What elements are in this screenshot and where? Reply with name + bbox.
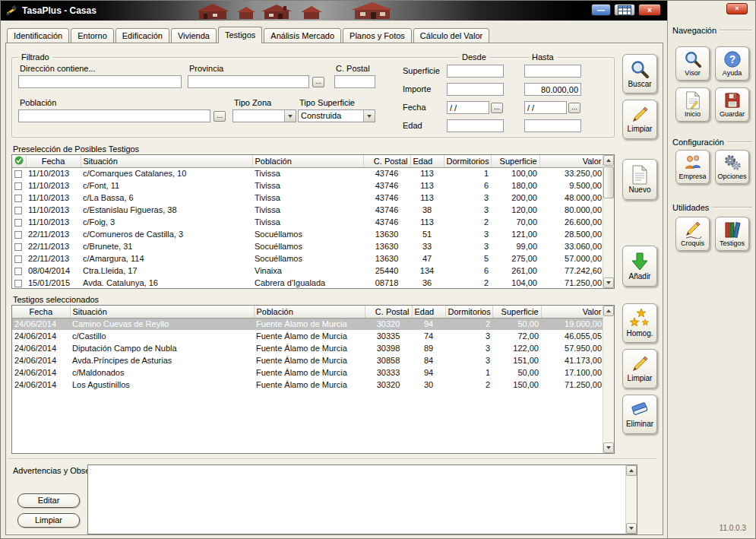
col-fecha[interactable]: Fecha [26,155,81,167]
table-row[interactable]: 08/04/2014 Ctra.Lleida, 17 Vinaixa 25440… [12,265,604,277]
inicio-button[interactable]: Inicio [675,87,710,122]
select-all-header[interactable] [12,155,26,167]
guardar-button[interactable]: Guardar [715,87,749,122]
tab-identificacion[interactable]: Identificación [7,28,69,43]
col-situacion[interactable]: Situación [70,306,254,318]
chevron-down-icon[interactable] [363,110,375,122]
tab-entorno[interactable]: Entorno [71,28,114,43]
observaciones-textarea[interactable] [87,464,637,534]
table-row[interactable]: 24/06/2014 c/Maldonados Fuente Álamo de … [12,366,604,379]
col-cpostal[interactable]: C. Postal [365,306,412,318]
buscar-button[interactable]: Buscar [622,54,657,94]
col-valor[interactable]: Valor [539,155,604,167]
limpiar-seleccion-button[interactable]: Limpiar [622,349,657,388]
col-poblacion[interactable]: Población [252,155,363,167]
table-row[interactable]: 24/06/2014 Diputación Campo de Nubla Fue… [12,342,604,354]
fecha-desde-browse-button[interactable]: ... [491,103,503,113]
table-row[interactable]: 22/11/2013 c/Amargura, 114 Socuéllamos 1… [12,252,604,265]
fecha-hasta-input[interactable] [524,101,567,114]
minimize-button[interactable]: — [591,4,611,16]
testigos-button[interactable]: Testigos [715,217,749,251]
visor-button[interactable]: Visor [675,46,710,81]
table-row[interactable]: 22/11/2013 c/Brunete, 31 Socuéllamos 136… [12,240,604,252]
cpostal-input[interactable] [334,75,375,88]
croquis-button[interactable]: Croquis [675,217,710,251]
grid-view-button[interactable] [614,4,635,16]
tab-planos-fotos[interactable]: Planos y Fotos [343,28,412,43]
row-checkbox[interactable] [14,170,22,178]
col-edad[interactable]: Edad [410,155,444,167]
edad-desde-input[interactable] [447,119,504,132]
table-row[interactable]: 24/06/2014 Camino Cuevas de Reyllo Fuent… [12,318,604,330]
scroll-down-button[interactable] [603,277,614,288]
col-dormitorios[interactable]: Dormitorios [445,306,492,318]
tab-edificacion[interactable]: Edificación [115,28,169,43]
row-checkbox[interactable] [14,182,22,190]
table-row[interactable]: 11/10/2013 c/Estanislau Figueras, 38 Tiv… [12,204,604,216]
scroll-thumb[interactable] [603,166,614,198]
tab-analisis-mercado[interactable]: Análisis Mercado [264,28,341,43]
row-checkbox[interactable] [14,243,22,251]
col-valor[interactable]: Valor [541,306,604,318]
chevron-down-icon[interactable] [284,110,296,122]
row-checkbox[interactable] [14,231,22,239]
scroll-up-button[interactable] [603,155,614,166]
vertical-scrollbar[interactable] [625,465,637,534]
limpiar-filtro-button[interactable]: Limpiar [622,100,657,139]
table-row[interactable]: 24/06/2014 Avda.Príncipes de Asturias Fu… [12,354,604,366]
vertical-scrollbar[interactable] [603,306,614,453]
col-cpostal[interactable]: C. Postal [363,155,410,167]
fecha-hasta-browse-button[interactable]: ... [568,103,580,113]
row-checkbox[interactable] [14,195,22,202]
row-checkbox[interactable] [14,255,22,263]
table-row[interactable]: 11/10/2013 c/La Bassa, 6 Tivissa 43746 1… [12,192,604,204]
table-row[interactable]: 24/06/2014 c/Castillo Fuente Álamo de Mu… [12,330,604,342]
provincia-browse-button[interactable]: ... [312,77,324,87]
importe-desde-input[interactable] [447,83,504,96]
col-edad[interactable]: Edad [412,306,445,318]
table-row[interactable]: 22/11/2013 c/Comuneros de Castilla, 3 So… [12,228,604,240]
opciones-button[interactable]: Opciones [715,150,749,184]
col-poblacion[interactable]: Población [254,306,365,318]
table-row[interactable]: 24/06/2014 Los Agustinillos Fuente Álamo… [12,379,604,391]
provincia-input[interactable] [188,75,309,88]
scroll-up-button[interactable] [603,306,614,316]
scroll-down-button[interactable] [626,523,637,534]
row-checkbox[interactable] [14,219,22,227]
importe-hasta-input[interactable] [524,83,581,96]
col-superficie[interactable]: Superficie [492,306,541,318]
col-dormitorios[interactable]: Dormitorios [444,155,491,167]
limpiar-observaciones-button[interactable]: Limpiar [17,513,80,528]
col-fecha[interactable]: Fecha [12,306,70,318]
anadir-button[interactable]: Añadir [622,246,657,287]
eliminar-button[interactable]: Eliminar [622,395,657,434]
edad-hasta-input[interactable] [524,119,581,132]
poblacion-input[interactable] [18,109,210,122]
poblacion-browse-button[interactable]: ... [214,111,226,122]
row-checkbox[interactable] [14,207,22,214]
empresa-button[interactable]: Empresa [675,150,710,184]
table-row[interactable]: 11/10/2013 c/Font, 11 Tivissa 43746 113 … [12,179,604,192]
direccion-input[interactable] [18,75,182,88]
tab-testigos[interactable]: Testigos [218,27,262,43]
close-button[interactable]: × [638,4,661,16]
tab-calculo-valor[interactable]: Cálculo del Valor [413,28,489,43]
sidebar-close-button[interactable]: × [726,3,748,14]
tipo-superficie-select[interactable]: Construida [298,109,375,122]
tipo-zona-select[interactable] [232,109,296,122]
vertical-scrollbar[interactable] [603,155,614,288]
ayuda-button[interactable]: ? Ayuda [715,46,749,81]
editar-button[interactable]: Editar [17,493,80,508]
fecha-desde-input[interactable] [447,101,489,114]
scroll-down-button[interactable] [603,442,614,453]
col-superficie[interactable]: Superficie [491,155,539,167]
table-row[interactable]: 11/10/2013 c/Foig, 3 Tivissa 43746 113 2… [12,216,604,228]
table-row[interactable]: 15/01/2015 Avda. Catalunya, 16 Cabrera d… [12,277,604,289]
row-checkbox[interactable] [14,280,22,287]
col-situacion[interactable]: Situación [81,155,252,167]
scroll-up-button[interactable] [626,465,637,476]
tab-vivienda[interactable]: Vivienda [171,28,217,43]
nuevo-button[interactable]: Nuevo [622,159,657,200]
table-row[interactable]: 11/10/2013 c/Comarques Catalanes, 10 Tiv… [12,167,604,179]
superficie-desde-input[interactable] [447,65,504,78]
